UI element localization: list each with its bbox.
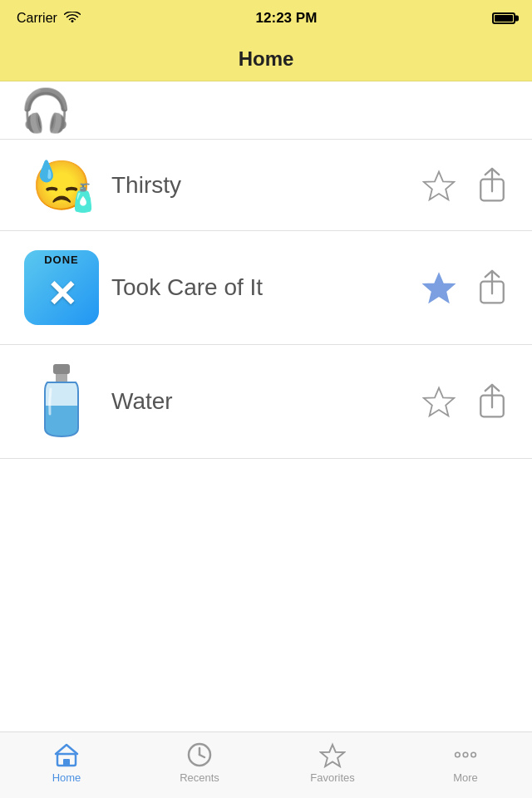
share-icon [476,167,508,204]
more-icon [452,741,479,768]
share-button[interactable] [472,382,512,421]
item-actions [419,165,512,205]
recents-icon [186,741,213,768]
svg-rect-13 [63,759,70,766]
share-icon [476,383,508,420]
item-emoji [20,360,103,443]
favorite-button[interactable] [419,382,459,421]
home-icon [53,741,80,768]
list-item: 😓 🧴 Thirsty [0,140,532,231]
tab-more-label: More [453,771,478,784]
svg-rect-6 [53,364,70,374]
star-icon [422,169,456,202]
wifi-icon [64,12,81,25]
list-item: Water [0,345,532,459]
svg-marker-3 [424,274,454,303]
list-item: ✕ Took Care of It [0,231,532,345]
item-emoji: 🎧 [20,86,71,135]
svg-line-16 [200,755,204,757]
svg-point-18 [456,752,461,757]
svg-rect-7 [56,374,67,382]
svg-point-20 [471,752,476,757]
tab-more[interactable]: More [399,741,532,784]
tab-recents-label: Recents [180,771,219,784]
status-bar-right [492,12,515,24]
item-label: Water [103,388,419,415]
done-badge: ✕ [24,250,99,325]
svg-marker-0 [424,171,454,200]
favorite-button[interactable] [419,165,459,205]
star-icon [422,385,456,418]
svg-marker-17 [321,745,344,766]
svg-point-19 [463,752,468,757]
tab-home-label: Home [52,771,81,784]
favorites-icon [319,741,346,768]
item-emoji: ✕ [20,246,103,329]
battery-icon [492,12,515,24]
star-icon [422,271,456,304]
share-button[interactable] [472,165,512,205]
favorite-button[interactable] [419,268,459,308]
content-list: 🎧 😓 🧴 Thirsty [0,81,532,732]
item-label: Took Care of It [103,274,419,301]
tab-recents[interactable]: Recents [133,741,266,784]
status-bar-left: Carrier [17,11,81,26]
tab-favorites-label: Favorites [310,771,354,784]
status-bar-time: 12:23 PM [256,10,318,27]
item-emoji: 😓 🧴 [20,157,103,214]
share-icon [476,269,508,306]
page-title: Home [239,47,294,71]
item-actions [419,382,512,421]
tab-favorites[interactable]: Favorites [266,741,399,784]
tab-home[interactable]: Home [0,741,133,784]
item-label: Thirsty [103,172,419,199]
carrier-label: Carrier [17,11,57,26]
tab-bar: Home Recents Favorites [0,732,532,798]
share-button[interactable] [472,268,512,308]
water-bottle-icon [32,360,91,443]
list-item: 🎧 [0,81,532,140]
nav-bar: Home [0,37,532,81]
status-bar: Carrier 12:23 PM [0,0,532,37]
svg-marker-9 [424,388,454,416]
item-actions [419,268,512,308]
done-x-icon: ✕ [47,273,77,315]
